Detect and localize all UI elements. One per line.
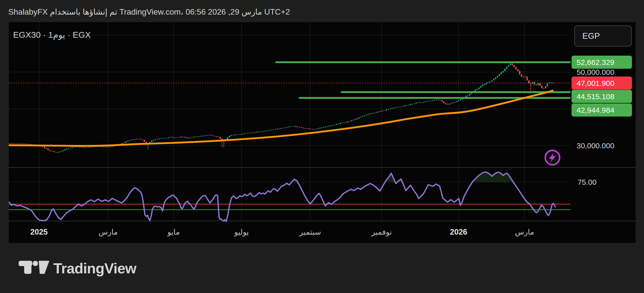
candle-body — [356, 119, 357, 119]
candle-body — [340, 123, 341, 124]
candle-body — [203, 136, 204, 136]
candle-body — [290, 126, 291, 127]
candle-body — [219, 137, 221, 138]
tradingview-logo-icon[interactable] — [19, 260, 51, 274]
candle-body — [491, 80, 493, 82]
candle-body — [249, 133, 250, 133]
candle-body — [48, 149, 49, 150]
candle-body — [550, 83, 552, 83]
candle-body — [240, 134, 241, 135]
candle-body — [14, 143, 16, 144]
candle-body — [541, 86, 542, 88]
candle-body — [18, 144, 19, 144]
candle-body — [317, 129, 319, 129]
candle-body — [258, 132, 260, 132]
candle-body — [545, 86, 546, 88]
candle-body — [484, 84, 485, 85]
candle-body — [86, 148, 88, 148]
currency-button[interactable]: EGP — [574, 25, 632, 47]
boost-icon[interactable] — [543, 148, 562, 167]
time-axis-label: نوفمبر — [371, 227, 392, 237]
candle-body — [310, 129, 311, 129]
candle-body — [70, 148, 71, 148]
candle-body — [279, 129, 280, 129]
candle-body — [288, 127, 289, 127]
candle-body — [171, 137, 173, 138]
candle-body — [501, 72, 502, 74]
logo-stem — [24, 261, 31, 274]
time-axis-label: 2025 — [30, 227, 48, 237]
candle-body — [312, 129, 313, 129]
candle-body — [430, 101, 431, 101]
candle-body — [212, 135, 213, 136]
candle-body — [458, 100, 459, 101]
chart-area[interactable]: 50,000.00030,000.00075.0052,662.32947,00… — [9, 22, 636, 243]
candle-body — [480, 86, 481, 88]
candle-body — [527, 77, 528, 80]
candle-body — [371, 114, 372, 114]
candle-body — [323, 127, 324, 127]
candle-body — [369, 114, 371, 114]
candle-body — [449, 104, 450, 104]
candle-body — [268, 130, 269, 131]
candle-body — [482, 85, 483, 86]
candle-body — [443, 101, 445, 103]
candle-body — [410, 104, 411, 105]
candle-body — [207, 135, 208, 136]
candle-body — [416, 103, 417, 104]
candle-body — [122, 143, 123, 144]
candle-body — [68, 149, 69, 149]
candle-body — [275, 129, 276, 130]
candle-body — [210, 135, 212, 135]
candle-body — [353, 120, 354, 120]
price-axis-tick: 30,000.000 — [577, 141, 614, 150]
time-axis-label: 2026 — [450, 227, 467, 237]
candle-body — [158, 138, 160, 139]
price-label-text: 44,515.108 — [577, 92, 614, 101]
candle-body — [419, 102, 420, 103]
candle-body — [123, 143, 125, 143]
candle-body — [85, 148, 86, 148]
candle-body — [55, 152, 56, 152]
candle-body — [29, 144, 30, 145]
candle-body — [441, 100, 442, 101]
candle-body — [399, 107, 400, 107]
chart-canvas[interactable]: 50,000.00030,000.00075.0052,662.32947,00… — [9, 22, 636, 243]
candle-body — [247, 133, 249, 134]
candle-body — [504, 69, 505, 71]
candle-body — [534, 82, 535, 85]
attribution-source-datetime: TradingView.com، 06:56 2026 ,29 — [119, 7, 242, 16]
candle-body — [347, 121, 348, 122]
candle-body — [451, 103, 452, 104]
candle-body — [64, 150, 65, 151]
candle-body — [295, 126, 297, 127]
candle-body — [486, 83, 487, 84]
candle-body — [412, 104, 413, 104]
candle-body — [488, 82, 489, 83]
candle-body — [517, 69, 518, 71]
candle-body — [523, 77, 524, 77]
candle-body — [301, 127, 302, 128]
candle-body — [277, 129, 278, 129]
candle-body — [186, 137, 187, 138]
time-axis-label: مايو — [167, 227, 180, 237]
candle-body — [539, 83, 541, 86]
candle-body — [151, 141, 152, 142]
candle-body — [266, 131, 267, 131]
candle-body — [390, 109, 391, 109]
tradingview-wordmark[interactable]: TradingView — [53, 260, 136, 277]
candle-body — [53, 151, 54, 152]
time-axis-label: يوليو — [234, 227, 249, 237]
candle-body — [438, 100, 439, 100]
candle-body — [44, 146, 45, 148]
candle-body — [525, 77, 526, 77]
symbol-title: EGX30 · 1يوم · EGX — [13, 30, 91, 40]
candle-body — [538, 83, 539, 85]
candle-body — [57, 152, 58, 153]
candle-body — [140, 139, 141, 139]
candle-body — [552, 83, 554, 83]
candle-body — [62, 151, 64, 151]
candle-body — [354, 119, 356, 120]
candle-body — [305, 128, 306, 129]
candle-body — [338, 124, 339, 124]
